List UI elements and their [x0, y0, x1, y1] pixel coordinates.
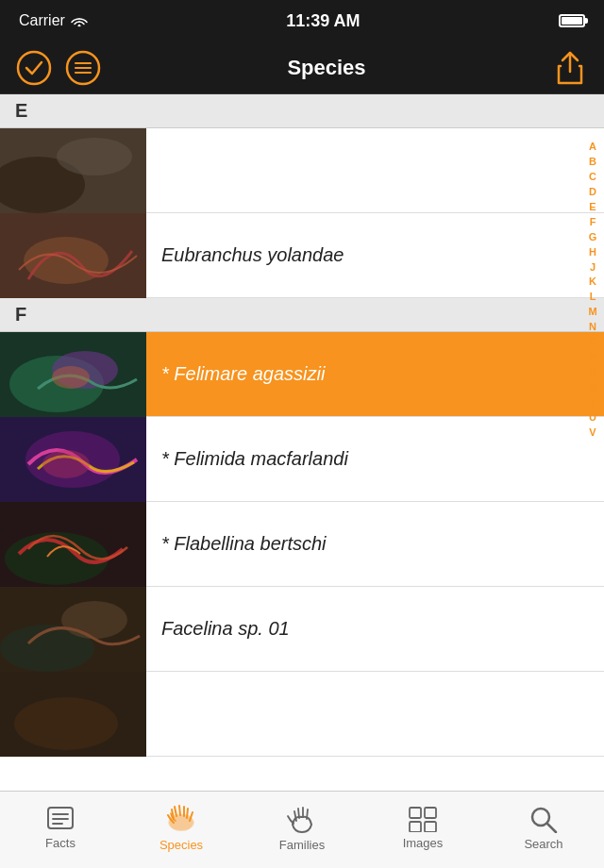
tab-images-label: Images — [403, 836, 444, 850]
alpha-letter-g[interactable]: G — [589, 230, 597, 245]
nav-bar: Species — [0, 42, 604, 94]
status-left: Carrier — [19, 12, 88, 29]
list-item-f4[interactable]: Facelina sp. 01 — [0, 587, 604, 672]
alpha-letter-m[interactable]: M — [588, 305, 596, 320]
svg-line-52 — [547, 824, 556, 832]
status-right — [559, 14, 585, 27]
list-item-f2[interactable]: * Felimida macfarlandi — [0, 417, 604, 502]
tab-families-label: Families — [279, 838, 325, 852]
alpha-letter-u[interactable]: U — [589, 410, 596, 426]
svg-line-39 — [179, 806, 180, 815]
search-icon — [528, 805, 559, 833]
svg-rect-50 — [425, 822, 436, 832]
content-area: ABCDEFGHJKLMNOPRSTUV E — [0, 94, 604, 791]
share-button[interactable] — [551, 49, 589, 87]
filter-list-button[interactable] — [64, 49, 102, 87]
tab-search[interactable]: Search — [483, 792, 604, 868]
nav-left-buttons — [15, 49, 102, 87]
svg-point-0 — [78, 25, 80, 26]
item-label-f5 — [146, 672, 604, 756]
thumbnail-f3 — [0, 502, 146, 587]
svg-rect-12 — [0, 213, 146, 298]
list-item-e1[interactable] — [0, 128, 604, 213]
carrier-label: Carrier — [19, 12, 65, 29]
section-header-f: F — [0, 298, 604, 332]
svg-line-46 — [307, 810, 308, 819]
thumbnail-f4 — [0, 587, 146, 672]
alpha-letter-s[interactable]: S — [589, 380, 596, 395]
svg-rect-48 — [425, 808, 436, 818]
svg-rect-21 — [0, 417, 146, 502]
wifi-icon — [71, 14, 88, 27]
thumbnail-f2 — [0, 417, 146, 502]
tab-bar: Facts Species — [0, 791, 604, 868]
alpha-letter-r[interactable]: R — [589, 365, 596, 380]
alpha-letter-a[interactable]: A — [589, 140, 596, 155]
list-item-f3[interactable]: * Flabellina bertschi — [0, 502, 604, 587]
images-icon — [408, 806, 438, 832]
svg-rect-17 — [0, 332, 146, 417]
thumbnail-f5 — [0, 672, 146, 757]
alpha-letter-d[interactable]: D — [589, 185, 596, 200]
svg-rect-49 — [410, 822, 421, 832]
alpha-letter-o[interactable]: O — [589, 335, 597, 350]
alpha-letter-j[interactable]: J — [590, 260, 596, 275]
alpha-letter-h[interactable]: H — [589, 245, 596, 260]
thumbnail-f1 — [0, 332, 146, 417]
thumbnail-e1 — [0, 128, 146, 213]
alpha-letter-p[interactable]: P — [589, 350, 596, 365]
thumbnail-e2 — [0, 213, 146, 298]
svg-line-44 — [298, 809, 299, 818]
status-bar: Carrier 11:39 AM — [0, 0, 604, 42]
svg-point-1 — [18, 52, 50, 84]
alpha-letter-b[interactable]: B — [589, 155, 596, 170]
tab-images[interactable]: Images — [362, 792, 483, 868]
svg-rect-47 — [410, 808, 421, 818]
section-header-e: E — [0, 94, 604, 128]
alpha-letter-n[interactable]: N — [589, 320, 596, 335]
svg-line-41 — [187, 809, 188, 818]
tab-facts-label: Facts — [45, 836, 76, 850]
item-label-f3: * Flabellina bertschi — [146, 502, 604, 586]
tab-search-label: Search — [524, 837, 562, 851]
alpha-letter-f[interactable]: F — [590, 215, 596, 230]
item-label-e2: Eubranchus yolandae — [146, 213, 604, 297]
page-title: Species — [102, 56, 551, 80]
item-label-e1 — [146, 128, 604, 212]
filter-check-button[interactable] — [15, 49, 53, 87]
species-icon — [164, 804, 198, 834]
tab-facts[interactable]: Facts — [0, 792, 121, 868]
list-item-f1[interactable]: * Felimare agassizii — [0, 332, 604, 417]
families-icon — [285, 804, 319, 834]
alpha-letter-e[interactable]: E — [589, 200, 596, 215]
facts-icon — [45, 806, 76, 832]
alpha-letter-v[interactable]: V — [589, 426, 596, 441]
tab-species[interactable]: Species — [121, 792, 242, 868]
tab-species-label: Species — [159, 838, 203, 852]
list-item-e2[interactable]: Eubranchus yolandae — [0, 213, 604, 298]
battery-icon — [559, 14, 585, 27]
item-label-f4: Facelina sp. 01 — [146, 587, 604, 671]
alpha-letter-l[interactable]: L — [590, 290, 596, 305]
list-item-f5[interactable] — [0, 672, 604, 757]
alpha-letter-c[interactable]: C — [589, 170, 596, 185]
item-label-f2: * Felimida macfarlandi — [146, 417, 604, 501]
alpha-letter-k[interactable]: K — [589, 275, 596, 290]
svg-rect-31 — [0, 672, 146, 757]
alpha-letter-t[interactable]: T — [590, 395, 596, 410]
alphabet-sidebar[interactable]: ABCDEFGHJKLMNOPRSTUV — [581, 136, 604, 444]
svg-rect-9 — [0, 128, 146, 213]
svg-rect-32 — [48, 808, 73, 828]
tab-families[interactable]: Families — [242, 792, 362, 868]
svg-rect-28 — [0, 587, 146, 672]
svg-rect-24 — [0, 502, 146, 587]
status-time: 11:39 AM — [286, 11, 360, 31]
item-label-f1: * Felimare agassizii — [146, 332, 604, 416]
